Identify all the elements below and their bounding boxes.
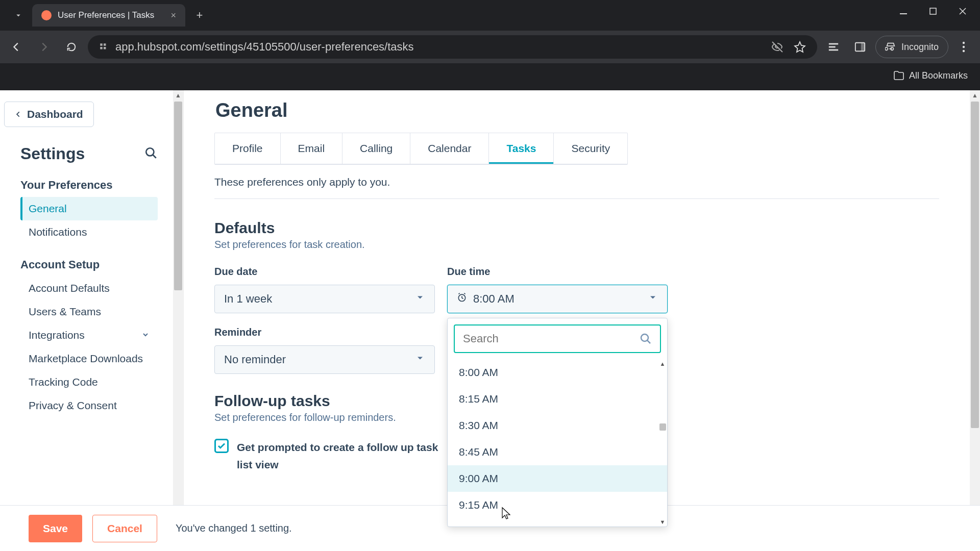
- sidebar-item-notifications[interactable]: Notifications: [20, 220, 158, 244]
- main-scrollbar[interactable]: ▲ ▼: [970, 90, 980, 551]
- due-date-value: In 1 week: [224, 292, 272, 306]
- chevron-down-icon: [141, 329, 150, 341]
- dropdown-list[interactable]: 8:00 AM 8:15 AM 8:30 AM 8:45 AM 9:00 AM …: [448, 359, 667, 512]
- reminder-select[interactable]: No reminder: [214, 345, 435, 374]
- tab-security[interactable]: Security: [554, 133, 627, 164]
- tab-calling[interactable]: Calling: [342, 133, 410, 164]
- sidebar-item-general[interactable]: General: [20, 197, 158, 220]
- side-panel-icon[interactable]: [849, 36, 871, 58]
- scroll-thumb[interactable]: [971, 102, 979, 428]
- tab-bar: User Preferences | Tasks × +: [0, 0, 980, 31]
- svg-point-13: [963, 50, 965, 52]
- due-date-label: Due date: [214, 266, 435, 278]
- dropdown-search-field[interactable]: [454, 324, 661, 353]
- toolbar-right: Incognito: [822, 36, 975, 58]
- all-bookmarks-label: All Bookmarks: [909, 70, 968, 81]
- url-field[interactable]: app.hubspot.com/settings/45105500/user-p…: [88, 35, 817, 59]
- scroll-thumb[interactable]: [174, 102, 182, 290]
- svg-point-11: [963, 42, 965, 44]
- dropdown-scrollbar[interactable]: ▲ ▼: [658, 359, 667, 527]
- scroll-up-icon[interactable]: ▲: [173, 90, 183, 101]
- page-body: Dashboard Settings Your Preferences Gene…: [0, 90, 980, 551]
- due-time-label: Due time: [447, 266, 668, 278]
- svg-rect-2: [100, 43, 103, 46]
- tab-calendar[interactable]: Calendar: [410, 133, 489, 164]
- caret-down-icon: [415, 353, 425, 366]
- sidebar-item-account-defaults[interactable]: Account Defaults: [20, 277, 158, 300]
- incognito-badge[interactable]: Incognito: [875, 36, 948, 58]
- svg-rect-6: [829, 43, 838, 45]
- tab-close-button[interactable]: ×: [170, 10, 176, 21]
- svg-rect-3: [104, 43, 106, 46]
- settings-sidebar: Dashboard Settings Your Preferences Gene…: [0, 90, 184, 551]
- hubspot-favicon-icon: [41, 10, 52, 20]
- sidebar-scrollbar[interactable]: ▲ ▼: [173, 90, 183, 551]
- new-tab-button[interactable]: +: [190, 6, 209, 24]
- divider: [214, 198, 939, 199]
- scroll-thumb[interactable]: [659, 423, 666, 431]
- dropdown-option[interactable]: 8:45 AM: [448, 439, 667, 465]
- dropdown-option[interactable]: 8:00 AM: [448, 359, 667, 386]
- browser-chrome: User Preferences | Tasks × + app.hubspot…: [0, 0, 980, 90]
- due-time-value: 8:00 AM: [473, 292, 514, 306]
- save-button[interactable]: Save: [29, 515, 82, 542]
- reload-button[interactable]: [60, 36, 83, 58]
- sidebar-group-your-preferences: Your Preferences: [20, 179, 158, 192]
- close-window-button[interactable]: [948, 0, 977, 22]
- tab-tasks[interactable]: Tasks: [489, 133, 554, 164]
- bookmark-star-icon[interactable]: [794, 41, 806, 53]
- back-to-dashboard-button[interactable]: Dashboard: [4, 102, 94, 127]
- cancel-button[interactable]: Cancel: [92, 515, 157, 542]
- followup-checkbox[interactable]: [214, 439, 229, 453]
- scroll-up-icon[interactable]: ▲: [658, 359, 667, 368]
- sidebar-item-marketplace-downloads[interactable]: Marketplace Downloads: [20, 347, 158, 370]
- back-button[interactable]: [5, 36, 28, 58]
- sidebar-item-integrations[interactable]: Integrations: [20, 323, 158, 347]
- incognito-label: Incognito: [901, 42, 939, 53]
- scroll-down-icon[interactable]: ▼: [658, 517, 667, 527]
- search-icon: [640, 333, 652, 345]
- site-info-icon[interactable]: [99, 42, 108, 52]
- defaults-subtitle: Set preferences for task creation.: [214, 239, 939, 251]
- search-icon: [144, 146, 158, 160]
- dropdown-option[interactable]: 9:15 AM: [448, 492, 667, 511]
- browser-tab[interactable]: User Preferences | Tasks ×: [32, 4, 185, 27]
- due-date-select[interactable]: In 1 week: [214, 285, 435, 313]
- maximize-button[interactable]: [919, 0, 947, 22]
- sidebar-item-tracking-code[interactable]: Tracking Code: [20, 370, 158, 394]
- dropdown-option[interactable]: 9:00 AM: [448, 465, 667, 492]
- minimize-button[interactable]: [889, 0, 918, 22]
- all-bookmarks-button[interactable]: All Bookmarks: [894, 70, 968, 81]
- tab-profile[interactable]: Profile: [215, 133, 281, 164]
- kebab-menu-button[interactable]: [952, 36, 975, 58]
- sidebar-group-account-setup: Account Setup: [20, 258, 158, 271]
- reminder-value: No reminder: [224, 353, 286, 366]
- eye-off-icon[interactable]: [771, 41, 783, 53]
- sidebar-item-privacy-consent[interactable]: Privacy & Consent: [20, 394, 158, 417]
- due-time-select[interactable]: 8:00 AM: [447, 285, 668, 313]
- defaults-title: Defaults: [214, 219, 939, 237]
- scroll-up-icon[interactable]: ▲: [970, 90, 980, 101]
- dropdown-option[interactable]: 8:15 AM: [448, 386, 667, 412]
- alarm-clock-icon: [457, 292, 467, 306]
- forward-button[interactable]: [33, 36, 55, 58]
- media-control-icon[interactable]: [822, 36, 845, 58]
- window-controls: [889, 0, 977, 22]
- settings-search-button[interactable]: [144, 146, 158, 162]
- sidebar-item-users-teams[interactable]: Users & Teams: [20, 300, 158, 323]
- settings-tabs: Profile Email Calling Calendar Tasks Sec…: [214, 133, 628, 165]
- bookmarks-bar: All Bookmarks: [0, 63, 980, 88]
- tab-email[interactable]: Email: [281, 133, 343, 164]
- svg-point-14: [146, 148, 154, 156]
- svg-point-12: [963, 46, 965, 48]
- intro-text: These preferences only apply to you.: [214, 176, 939, 188]
- dropdown-search-input[interactable]: [463, 332, 634, 345]
- chevron-left-icon: [15, 111, 22, 118]
- tab-search-button[interactable]: [4, 11, 32, 20]
- dropdown-option[interactable]: 8:30 AM: [448, 412, 667, 439]
- svg-rect-0: [900, 13, 907, 14]
- address-bar: app.hubspot.com/settings/45105500/user-p…: [0, 31, 980, 63]
- svg-point-16: [641, 334, 648, 341]
- url-text: app.hubspot.com/settings/45105500/user-p…: [115, 40, 414, 54]
- svg-rect-1: [930, 8, 936, 14]
